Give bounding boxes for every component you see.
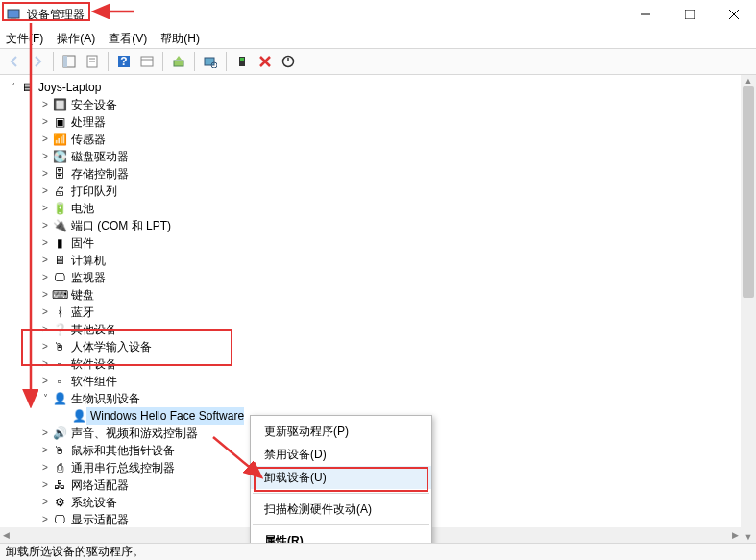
expand-icon[interactable]: > xyxy=(38,425,52,442)
collapse-icon[interactable]: ˅ xyxy=(6,79,19,96)
scrollbar-thumb[interactable] xyxy=(743,86,754,298)
cpu-icon: ▣ xyxy=(52,114,67,130)
expand-icon[interactable]: > xyxy=(38,286,52,304)
context-separator xyxy=(253,524,429,525)
toolbar-uninstall-button[interactable] xyxy=(255,51,276,72)
usb-icon: ⎙ xyxy=(52,460,67,475)
bio-icon: 👤 xyxy=(52,391,67,406)
toolbar-properties-button[interactable] xyxy=(82,51,103,72)
menu-file[interactable]: 文件(F) xyxy=(6,31,43,47)
expand-icon[interactable]: > xyxy=(38,269,52,286)
forward-button[interactable] xyxy=(27,51,48,72)
expand-icon[interactable]: > xyxy=(38,200,52,217)
svg-rect-0 xyxy=(8,10,19,18)
tree-item[interactable]: >💽磁盘驱动器 xyxy=(0,148,741,165)
expand-icon[interactable]: > xyxy=(38,252,52,269)
tree-item[interactable]: ˅👤生物识别设备 xyxy=(0,390,741,407)
hid-icon: 🖱 xyxy=(52,339,67,354)
sound-icon: 🔊 xyxy=(52,426,67,441)
menu-action[interactable]: 操作(A) xyxy=(57,31,95,47)
tree-root[interactable]: ˅🖥Joys-Laptop xyxy=(0,79,741,96)
tree-item-label: 存储控制器 xyxy=(67,165,129,183)
computer-icon: 🖥 xyxy=(19,80,35,95)
expand-icon[interactable]: > xyxy=(38,459,52,476)
tree-item-label: 磁盘驱动器 xyxy=(67,148,129,165)
context-disable[interactable]: 禁用设备(D) xyxy=(251,443,431,466)
context-menu: 更新驱动程序(P) 禁用设备(D) 卸载设备(U) 扫描检测硬件改动(A) 属性… xyxy=(250,415,432,557)
context-update-driver[interactable]: 更新驱动程序(P) xyxy=(251,420,431,443)
context-scan[interactable]: 扫描检测硬件改动(A) xyxy=(251,498,431,521)
expand-icon[interactable]: > xyxy=(38,165,52,183)
other-icon: ❔ xyxy=(52,322,67,337)
expand-icon[interactable]: > xyxy=(38,304,52,321)
expand-icon[interactable]: > xyxy=(38,442,52,459)
expand-icon[interactable]: > xyxy=(38,113,52,131)
tree-item[interactable]: >⌨键盘 xyxy=(0,286,741,304)
tree-item[interactable]: >🔲安全设备 xyxy=(0,96,741,113)
battery-icon: 🔋 xyxy=(52,201,67,216)
expand-icon[interactable]: > xyxy=(38,494,52,511)
context-separator xyxy=(253,493,429,494)
chip-icon: 🔲 xyxy=(52,97,67,112)
monitor-icon: 🖵 xyxy=(52,270,67,285)
tree-item[interactable]: >🔌端口 (COM 和 LPT) xyxy=(0,217,741,234)
toolbar-scan-button[interactable] xyxy=(200,51,221,72)
tree-item[interactable]: >▣处理器 xyxy=(0,113,741,131)
tree-item[interactable]: >🖱人体学输入设备 xyxy=(0,338,741,355)
toolbar-update-driver-button[interactable] xyxy=(168,51,189,72)
toolbar-enable-button[interactable] xyxy=(232,51,253,72)
context-uninstall[interactable]: 卸载设备(U) xyxy=(251,466,431,489)
tree-item[interactable]: >🗄存储控制器 xyxy=(0,165,741,183)
tree-item[interactable]: >🖨打印队列 xyxy=(0,183,741,200)
menu-help[interactable]: 帮助(H) xyxy=(160,31,200,47)
toolbar-disable-button[interactable] xyxy=(278,51,299,72)
printer-icon: 🖨 xyxy=(52,183,67,199)
minimize-button[interactable] xyxy=(623,0,668,29)
tree-item[interactable]: >🖥计算机 xyxy=(0,252,741,269)
tree-item-label: 声音、视频和游戏控制器 xyxy=(67,425,198,442)
firmware-icon: ▮ xyxy=(52,235,67,251)
tree-item[interactable]: >🔋电池 xyxy=(0,200,741,217)
toolbar-show-hidden-button[interactable] xyxy=(59,51,80,72)
statusbar: 卸载所选设备的驱动程序。 xyxy=(0,543,756,560)
menu-view[interactable]: 查看(V) xyxy=(109,31,147,47)
tree-item[interactable]: >🖵监视器 xyxy=(0,269,741,286)
back-button[interactable] xyxy=(4,51,25,72)
system-icon: ⚙ xyxy=(52,495,67,510)
expand-icon[interactable]: > xyxy=(38,355,52,373)
tree-item-label: 键盘 xyxy=(67,286,94,304)
tree-item[interactable]: >ᚼ蓝牙 xyxy=(0,304,741,321)
maximize-button[interactable] xyxy=(668,0,712,29)
expand-icon[interactable]: > xyxy=(38,321,52,338)
disk-icon: 💽 xyxy=(52,149,67,164)
sensor-icon: 📶 xyxy=(52,132,67,147)
expand-icon[interactable]: > xyxy=(38,511,52,528)
expand-icon[interactable]: > xyxy=(38,338,52,355)
toolbar-details-button[interactable] xyxy=(136,51,158,72)
tree-item-label: 传感器 xyxy=(67,131,106,148)
titlebar: 设备管理器 xyxy=(0,0,756,29)
tree-item-label: 系统设备 xyxy=(67,494,117,511)
expand-icon[interactable]: > xyxy=(38,148,52,165)
tree-item[interactable]: >❔其他设备 xyxy=(0,321,741,338)
expand-icon[interactable]: > xyxy=(38,183,52,200)
expand-icon[interactable]: > xyxy=(38,96,52,113)
tree-item[interactable]: >▮固件 xyxy=(0,234,741,252)
close-button[interactable] xyxy=(712,0,756,29)
expand-icon[interactable]: > xyxy=(38,476,52,494)
tree-item[interactable]: >▫软件设备 xyxy=(0,355,741,373)
app-icon xyxy=(6,7,21,22)
tree-item[interactable]: >📶传感器 xyxy=(0,131,741,148)
tree-item[interactable]: >▫软件组件 xyxy=(0,373,741,390)
expand-icon[interactable]: > xyxy=(38,373,52,390)
keyboard-icon: ⌨ xyxy=(52,287,67,303)
swcomp-icon: ▫ xyxy=(52,374,67,389)
expand-icon[interactable]: > xyxy=(38,217,52,234)
expand-icon[interactable]: > xyxy=(38,131,52,148)
tree-item-label: 软件组件 xyxy=(67,373,117,390)
vertical-scrollbar[interactable]: ▲ ▼ xyxy=(741,75,756,543)
toolbar-help-button[interactable]: ? xyxy=(113,51,134,72)
expand-icon[interactable]: > xyxy=(38,234,52,252)
storage-icon: 🗄 xyxy=(52,166,67,182)
collapse-icon[interactable]: ˅ xyxy=(38,390,52,407)
